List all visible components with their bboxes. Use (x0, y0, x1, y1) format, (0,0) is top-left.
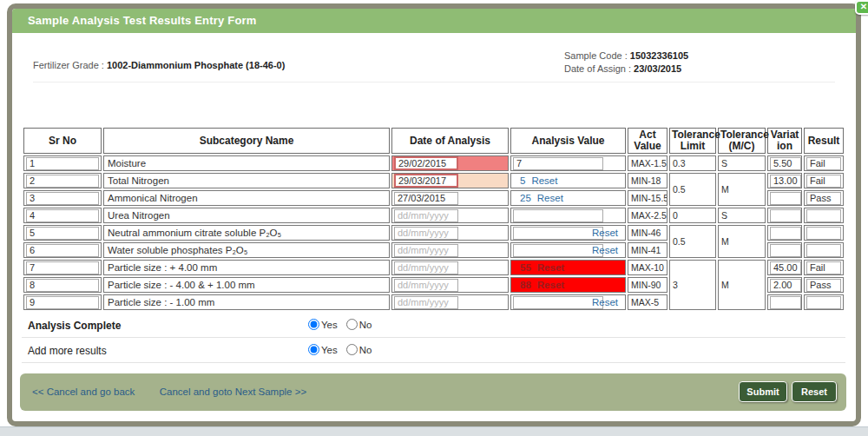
analysis-value-cell: 25Reset (510, 190, 626, 206)
result-input[interactable] (806, 192, 841, 205)
radio-no[interactable] (346, 344, 358, 355)
cancel-next-sample-link[interactable]: Cancel and goto Next Sample >> (160, 386, 306, 397)
reset-link[interactable]: Reset (531, 175, 557, 186)
date-of-assign-value: 23/03/2015 (634, 63, 681, 74)
sr-no-input[interactable] (26, 157, 99, 170)
reset-link[interactable]: Reset (592, 297, 618, 307)
radio-option-label: No (359, 345, 372, 355)
reset-link[interactable]: Reset (592, 228, 618, 238)
analysis-value-cell: 55Reset (510, 260, 626, 275)
radio-no[interactable] (346, 319, 358, 330)
col-result: Result (804, 128, 844, 154)
date-of-analysis-input[interactable] (394, 244, 458, 257)
reset-link[interactable]: Reset (537, 193, 563, 203)
sr-no-input[interactable] (26, 261, 99, 274)
variation-cell (767, 190, 802, 206)
sr-no-input[interactable] (26, 244, 99, 257)
fertilizer-grade: Fertilizer Grade : 1002-Diammonium Phosp… (33, 60, 285, 70)
date-of-analysis-input[interactable] (394, 261, 458, 274)
result-cell (804, 173, 844, 188)
radio-option-no[interactable]: No (346, 319, 372, 329)
col-subcategory-name: Subcategory Name (103, 128, 390, 154)
sr-no-input[interactable] (26, 175, 99, 188)
sr-no-cell (23, 173, 102, 188)
col-sr-no: Sr No (23, 128, 102, 154)
variation-input[interactable] (770, 227, 801, 240)
sr-no-cell (23, 155, 102, 171)
sr-no-input[interactable] (26, 209, 99, 222)
result-cell (804, 294, 844, 310)
variation-input[interactable] (770, 261, 801, 274)
sr-no-cell (23, 242, 102, 258)
analysis-value-input[interactable] (513, 227, 603, 240)
date-of-analysis-input[interactable] (394, 209, 458, 222)
add-more-results-row: Add more results YesNo (22, 338, 845, 363)
date-of-analysis-cell (391, 225, 509, 241)
sr-no-cell (23, 190, 102, 206)
sr-no-input[interactable] (26, 296, 99, 309)
date-of-analysis-input[interactable] (394, 279, 458, 292)
variation-cell (767, 277, 802, 293)
variation-input[interactable] (770, 209, 801, 222)
tolerance-limit-cell: 3 (669, 260, 716, 310)
radio-option-no[interactable]: No (346, 344, 372, 354)
variation-input[interactable] (770, 296, 801, 309)
reset-button[interactable]: Reset (792, 381, 837, 402)
sr-no-cell (23, 225, 102, 241)
reset-link[interactable]: Reset (537, 262, 564, 273)
submit-button[interactable]: Submit (739, 381, 787, 402)
radio-option-yes[interactable]: Yes (308, 319, 338, 329)
result-input[interactable] (806, 157, 841, 170)
date-of-analysis-input[interactable] (394, 192, 458, 205)
result-input[interactable] (806, 261, 841, 274)
date-of-analysis-input[interactable] (394, 156, 458, 170)
analysis-value-input[interactable] (513, 157, 603, 170)
result-input[interactable] (806, 244, 841, 257)
subcategory-name-cell: Neutral ammonium citrate soluble P₂O₅ (103, 225, 390, 241)
sr-no-input[interactable] (26, 279, 99, 292)
tolerance-mc-cell: M (718, 225, 766, 258)
reset-link[interactable]: Reset (592, 245, 618, 255)
result-input[interactable] (806, 279, 841, 292)
analysis-value-input[interactable] (513, 244, 603, 257)
radio-yes[interactable] (308, 344, 319, 355)
sample-meta: Sample Code : 15032336105 Date of Assign… (564, 50, 688, 76)
act-value-cell: MAX-2.5 (628, 208, 667, 223)
subcategory-name-cell: Urea Nitrogen (103, 208, 390, 223)
table-row: Urea NitrogenMAX-2.50S (23, 208, 844, 223)
date-of-analysis-cell (391, 242, 509, 258)
date-of-analysis-input[interactable] (394, 174, 458, 188)
result-input[interactable] (806, 209, 841, 222)
act-value-cell: MIN-41 (628, 242, 667, 258)
sr-no-input[interactable] (26, 227, 99, 240)
radio-yes[interactable] (308, 319, 319, 330)
date-of-analysis-input[interactable] (394, 296, 458, 309)
variation-input[interactable] (770, 175, 801, 188)
variation-cell (767, 173, 802, 188)
analysis-value-text: 55 (520, 262, 531, 273)
variation-input[interactable] (770, 279, 801, 292)
subcategory-name-cell: Water soluble phosphates P₂O₅ (103, 242, 390, 258)
analysis-value-input[interactable] (513, 296, 603, 309)
variation-input[interactable] (770, 157, 801, 170)
tolerance-limit-cell: 0.3 (669, 155, 716, 171)
date-of-analysis-cell (391, 155, 509, 171)
sample-code-label: Sample Code : (564, 50, 630, 61)
sr-no-input[interactable] (26, 192, 99, 205)
close-icon[interactable]: ✕ (855, 0, 868, 15)
variation-input[interactable] (770, 192, 801, 205)
result-input[interactable] (806, 296, 841, 309)
result-input[interactable] (806, 227, 841, 240)
analysis-value-input[interactable] (513, 209, 603, 222)
result-input[interactable] (806, 175, 841, 188)
tolerance-mc-cell: S (718, 155, 766, 171)
radio-option-yes[interactable]: Yes (308, 344, 338, 354)
cancel-go-back-link[interactable]: << Cancel and go back (32, 386, 135, 397)
reset-link[interactable]: Reset (537, 280, 564, 290)
analysis-complete-row: Analysis Complete YesNo (22, 313, 845, 338)
variation-cell (767, 208, 802, 223)
radio-option-label: Yes (321, 345, 338, 355)
date-of-analysis-input[interactable] (394, 227, 458, 240)
variation-input[interactable] (770, 244, 801, 257)
analysis-value-cell: Reset (510, 242, 626, 258)
